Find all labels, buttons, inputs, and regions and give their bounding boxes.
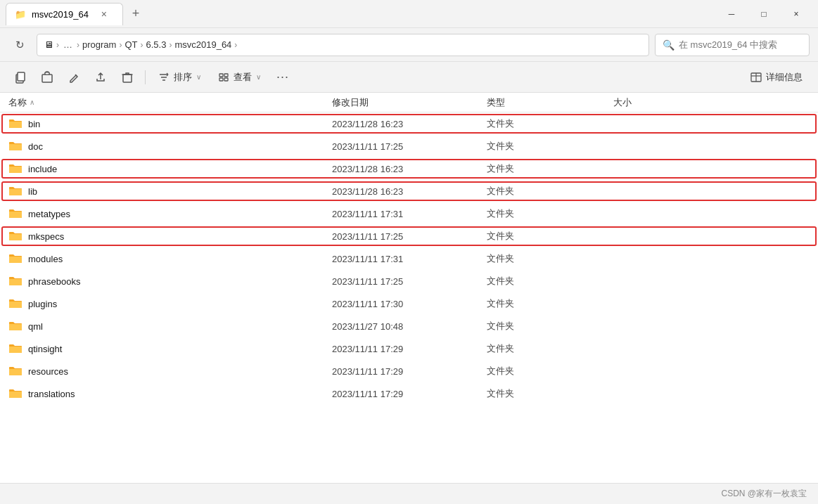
details-label: 详细信息 [766,71,803,84]
refresh-button[interactable]: ↻ [8,34,31,56]
svg-rect-6 [224,74,228,77]
view-chevron: ∨ [256,73,261,81]
folder-icon [8,342,23,356]
maximize-button[interactable]: □ [748,3,780,25]
new-tab-button[interactable]: + [126,4,146,24]
table-row[interactable]: plugins 2023/11/11 17:30 文件夹 [0,292,818,315]
breadcrumb-more[interactable]: … [62,34,74,56]
col-modified[interactable]: 修改日期 [329,96,484,109]
watermark: CSDN @家有一枚袁宝 [721,488,807,500]
table-row[interactable]: qtinsight 2023/11/11 17:29 文件夹 [0,337,818,360]
file-name: qtinsight [28,344,62,354]
breadcrumb-program[interactable]: program [82,39,116,50]
file-modified: 2023/11/11 17:31 [329,254,484,264]
table-row[interactable]: include 2023/11/28 16:23 文件夹 [0,157,818,180]
svg-rect-3 [45,72,49,75]
file-type: 文件夹 [484,117,611,130]
col-name[interactable]: 名称 ∧ [6,96,329,109]
delete-button[interactable] [115,65,139,89]
breadcrumb-current: msvc2019_64 [174,39,231,50]
sort-chevron: ∨ [196,73,201,81]
file-modified: 2023/11/11 17:29 [329,366,484,377]
sort-button[interactable]: 排序 ∨ [151,65,208,89]
table-row[interactable]: lib 2023/11/28 16:23 文件夹 [0,180,818,202]
file-type: 文件夹 [484,342,611,355]
file-type: 文件夹 [484,207,611,220]
file-type: 文件夹 [484,162,611,175]
file-type: 文件夹 [484,320,611,332]
file-type: 文件夹 [484,275,611,287]
view-button[interactable]: 查看 ∨ [211,65,268,89]
view-label: 查看 [234,71,252,84]
tab-folder-icon: 📁 [15,9,26,20]
table-row[interactable]: translations 2023/11/11 17:29 文件夹 [0,382,818,405]
table-row[interactable]: doc 2023/11/11 17:25 文件夹 [0,135,818,157]
more-button[interactable]: ··· [271,65,295,89]
copy-path-button[interactable] [8,65,32,89]
details-button[interactable]: 详细信息 [743,65,810,89]
folder-icon [8,139,23,153]
svg-rect-1 [18,72,25,81]
file-type: 文件夹 [484,387,611,400]
window-controls: ─ □ × [715,3,812,25]
file-name: translations [28,389,75,399]
tab-label: msvc2019_64 [32,9,89,20]
active-tab[interactable]: 📁 msvc2019_64 × [6,3,123,25]
table-row[interactable]: phrasebooks 2023/11/11 17:25 文件夹 [0,270,818,292]
file-name: modules [28,254,63,264]
svg-rect-4 [123,75,132,82]
folder-icon [8,319,23,333]
breadcrumb-653[interactable]: 6.5.3 [146,39,166,50]
search-box[interactable]: 🔍 [655,34,810,56]
file-modified: 2023/11/28 16:23 [329,119,484,129]
file-type: 文件夹 [484,252,611,265]
search-input[interactable] [679,39,802,50]
file-name-cell: bin [6,117,329,131]
col-size[interactable]: 大小 [611,96,695,109]
col-type[interactable]: 类型 [484,96,611,109]
table-row[interactable]: modules 2023/11/11 17:31 文件夹 [0,247,818,270]
svg-rect-5 [219,74,223,77]
svg-rect-7 [219,78,223,81]
file-type: 文件夹 [484,140,611,153]
file-name-cell: plugins [6,297,329,311]
file-name: qml [28,321,43,332]
close-button[interactable]: × [780,3,812,25]
file-list-container: 名称 ∧ 修改日期 类型 大小 bin 2023/11/28 16:23 文件夹 [0,93,818,483]
more-icon: ··· [276,70,289,84]
file-type: 文件夹 [484,230,611,243]
folder-icon [8,184,23,198]
status-bar: CSDN @家有一枚袁宝 [0,483,818,504]
table-row[interactable]: qml 2023/11/27 10:48 文件夹 [0,315,818,337]
folder-icon [8,162,23,176]
file-modified: 2023/11/11 17:31 [329,209,484,219]
tab-area: 📁 msvc2019_64 × + [6,3,146,25]
folder-icon [8,117,23,131]
file-name: phrasebooks [28,276,80,287]
folder-icon [8,364,23,378]
table-row[interactable]: resources 2023/11/11 17:29 文件夹 [0,360,818,382]
folder-icon [8,207,23,221]
file-modified: 2023/11/11 17:29 [329,344,484,354]
breadcrumb-qt[interactable]: QT [124,39,137,50]
file-name: plugins [28,299,57,309]
table-row[interactable]: metatypes 2023/11/11 17:31 文件夹 [0,202,818,225]
paste-button[interactable] [35,65,59,89]
share-button[interactable] [89,65,113,89]
table-row[interactable]: bin 2023/11/28 16:23 文件夹 [0,112,818,135]
sort-icon: ∧ [30,98,34,106]
folder-icon [8,387,23,401]
file-name: metatypes [28,209,70,219]
table-row[interactable]: mkspecs 2023/11/11 17:25 文件夹 [0,225,818,247]
toolbar-separator-1 [145,70,146,84]
rename-button[interactable] [62,65,86,89]
tab-close-button[interactable]: × [94,4,114,24]
file-name-cell: resources [6,364,329,378]
file-name-cell: mkspecs [6,229,329,243]
file-type: 文件夹 [484,185,611,198]
file-modified: 2023/11/11 17:30 [329,299,484,309]
minimize-button[interactable]: ─ [715,3,748,25]
folder-icon [8,297,23,311]
breadcrumb[interactable]: 🖥 › … › program › QT › 6.5.3 › msvc2019_… [37,34,649,56]
file-type: 文件夹 [484,365,611,377]
